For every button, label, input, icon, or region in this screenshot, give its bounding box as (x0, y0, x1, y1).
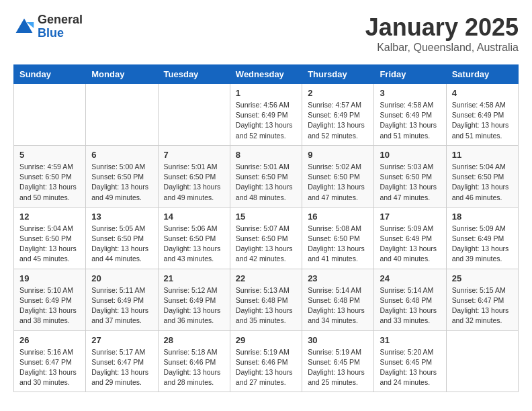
day-info: Sunrise: 5:00 AM Sunset: 6:50 PM Dayligh… (91, 162, 152, 203)
day-info: Sunrise: 5:04 AM Sunset: 6:50 PM Dayligh… (19, 224, 80, 265)
calendar-cell: 30Sunrise: 5:19 AM Sunset: 6:45 PM Dayli… (302, 330, 374, 392)
weekday-header-monday: Monday (86, 65, 158, 84)
calendar-cell: 11Sunrise: 5:04 AM Sunset: 6:50 PM Dayli… (446, 145, 518, 207)
calendar-cell: 13Sunrise: 5:05 AM Sunset: 6:50 PM Dayli… (86, 207, 158, 269)
calendar-cell: 21Sunrise: 5:12 AM Sunset: 6:49 PM Dayli… (158, 269, 230, 330)
weekday-header-thursday: Thursday (302, 65, 374, 84)
day-info: Sunrise: 5:10 AM Sunset: 6:49 PM Dayligh… (19, 285, 80, 326)
calendar-week-row: 1Sunrise: 4:56 AM Sunset: 6:49 PM Daylig… (14, 84, 519, 146)
calendar-body: 1Sunrise: 4:56 AM Sunset: 6:49 PM Daylig… (14, 84, 519, 392)
day-number: 16 (308, 212, 368, 222)
day-info: Sunrise: 5:17 AM Sunset: 6:47 PM Dayligh… (91, 347, 152, 388)
header: General Blue January 2025 Kalbar, Queens… (13, 13, 519, 54)
day-number: 30 (308, 335, 368, 345)
day-info: Sunrise: 5:19 AM Sunset: 6:46 PM Dayligh… (236, 347, 296, 388)
day-number: 14 (164, 212, 224, 222)
calendar-cell: 14Sunrise: 5:06 AM Sunset: 6:50 PM Dayli… (158, 207, 230, 269)
calendar-cell: 19Sunrise: 5:10 AM Sunset: 6:49 PM Dayli… (14, 269, 86, 330)
day-info: Sunrise: 5:11 AM Sunset: 6:49 PM Dayligh… (91, 285, 152, 326)
day-number: 3 (380, 88, 440, 98)
day-number: 29 (236, 335, 296, 345)
day-number: 9 (308, 150, 368, 160)
calendar-cell: 20Sunrise: 5:11 AM Sunset: 6:49 PM Dayli… (86, 269, 158, 330)
logo-text: General Blue (38, 13, 83, 40)
day-info: Sunrise: 4:59 AM Sunset: 6:50 PM Dayligh… (19, 162, 80, 203)
day-info: Sunrise: 5:01 AM Sunset: 6:50 PM Dayligh… (164, 162, 224, 203)
day-info: Sunrise: 5:15 AM Sunset: 6:47 PM Dayligh… (452, 285, 513, 326)
day-number: 21 (164, 273, 224, 283)
day-number: 31 (380, 335, 440, 345)
day-number: 23 (308, 273, 368, 283)
calendar-cell: 1Sunrise: 4:56 AM Sunset: 6:49 PM Daylig… (230, 84, 302, 146)
calendar-cell: 25Sunrise: 5:15 AM Sunset: 6:47 PM Dayli… (446, 269, 518, 330)
calendar-cell (446, 330, 518, 392)
calendar-cell: 8Sunrise: 5:01 AM Sunset: 6:50 PM Daylig… (230, 145, 302, 207)
calendar-cell: 28Sunrise: 5:18 AM Sunset: 6:46 PM Dayli… (158, 330, 230, 392)
day-info: Sunrise: 5:20 AM Sunset: 6:45 PM Dayligh… (380, 347, 440, 388)
calendar-week-row: 19Sunrise: 5:10 AM Sunset: 6:49 PM Dayli… (14, 269, 519, 330)
day-info: Sunrise: 5:14 AM Sunset: 6:48 PM Dayligh… (308, 285, 368, 326)
day-info: Sunrise: 5:09 AM Sunset: 6:49 PM Dayligh… (452, 224, 513, 265)
day-number: 24 (380, 273, 440, 283)
day-info: Sunrise: 5:03 AM Sunset: 6:50 PM Dayligh… (380, 162, 440, 203)
calendar-cell: 18Sunrise: 5:09 AM Sunset: 6:49 PM Dayli… (446, 207, 518, 269)
calendar: SundayMondayTuesdayWednesdayThursdayFrid… (13, 64, 519, 392)
day-info: Sunrise: 5:12 AM Sunset: 6:49 PM Dayligh… (164, 285, 224, 326)
svg-marker-0 (16, 18, 33, 32)
logo: General Blue (13, 13, 83, 40)
calendar-cell (158, 84, 230, 146)
calendar-cell: 9Sunrise: 5:02 AM Sunset: 6:50 PM Daylig… (302, 145, 374, 207)
day-info: Sunrise: 5:02 AM Sunset: 6:50 PM Dayligh… (308, 162, 368, 203)
day-number: 1 (236, 88, 296, 98)
calendar-cell: 3Sunrise: 4:58 AM Sunset: 6:49 PM Daylig… (374, 84, 446, 146)
day-info: Sunrise: 5:19 AM Sunset: 6:45 PM Dayligh… (308, 347, 368, 388)
day-number: 25 (452, 273, 513, 283)
day-number: 8 (236, 150, 296, 160)
logo-blue-label: Blue (38, 27, 83, 40)
day-info: Sunrise: 4:56 AM Sunset: 6:49 PM Dayligh… (236, 100, 296, 141)
logo-general-label: General (38, 13, 83, 27)
weekday-header-friday: Friday (374, 65, 446, 84)
calendar-cell: 15Sunrise: 5:07 AM Sunset: 6:50 PM Dayli… (230, 207, 302, 269)
day-number: 7 (164, 150, 224, 160)
calendar-cell: 22Sunrise: 5:13 AM Sunset: 6:48 PM Dayli… (230, 269, 302, 330)
day-info: Sunrise: 4:58 AM Sunset: 6:49 PM Dayligh… (452, 100, 513, 141)
calendar-cell: 10Sunrise: 5:03 AM Sunset: 6:50 PM Dayli… (374, 145, 446, 207)
calendar-week-row: 12Sunrise: 5:04 AM Sunset: 6:50 PM Dayli… (14, 207, 519, 269)
day-number: 15 (236, 212, 296, 222)
weekday-header-row: SundayMondayTuesdayWednesdayThursdayFrid… (14, 65, 519, 84)
calendar-cell: 5Sunrise: 4:59 AM Sunset: 6:50 PM Daylig… (14, 145, 86, 207)
day-number: 20 (91, 273, 152, 283)
day-info: Sunrise: 5:06 AM Sunset: 6:50 PM Dayligh… (164, 224, 224, 265)
calendar-cell: 17Sunrise: 5:09 AM Sunset: 6:49 PM Dayli… (374, 207, 446, 269)
calendar-cell (86, 84, 158, 146)
day-number: 10 (380, 150, 440, 160)
weekday-header-sunday: Sunday (14, 65, 86, 84)
day-number: 17 (380, 212, 440, 222)
day-info: Sunrise: 5:13 AM Sunset: 6:48 PM Dayligh… (236, 285, 296, 326)
day-number: 18 (452, 212, 513, 222)
calendar-cell: 16Sunrise: 5:08 AM Sunset: 6:50 PM Dayli… (302, 207, 374, 269)
day-info: Sunrise: 5:16 AM Sunset: 6:47 PM Dayligh… (19, 347, 80, 388)
calendar-cell: 29Sunrise: 5:19 AM Sunset: 6:46 PM Dayli… (230, 330, 302, 392)
calendar-cell: 12Sunrise: 5:04 AM Sunset: 6:50 PM Dayli… (14, 207, 86, 269)
weekday-header-tuesday: Tuesday (158, 65, 230, 84)
calendar-cell: 4Sunrise: 4:58 AM Sunset: 6:49 PM Daylig… (446, 84, 518, 146)
day-info: Sunrise: 5:14 AM Sunset: 6:48 PM Dayligh… (380, 285, 440, 326)
day-number: 27 (91, 335, 152, 345)
day-number: 6 (91, 150, 152, 160)
calendar-cell: 24Sunrise: 5:14 AM Sunset: 6:48 PM Dayli… (374, 269, 446, 330)
weekday-header-saturday: Saturday (446, 65, 518, 84)
month-title: January 2025 (365, 13, 519, 42)
day-info: Sunrise: 5:08 AM Sunset: 6:50 PM Dayligh… (308, 224, 368, 265)
day-info: Sunrise: 4:58 AM Sunset: 6:49 PM Dayligh… (380, 100, 440, 141)
day-info: Sunrise: 5:07 AM Sunset: 6:50 PM Dayligh… (236, 224, 296, 265)
logo-icon (13, 16, 35, 38)
calendar-cell: 7Sunrise: 5:01 AM Sunset: 6:50 PM Daylig… (158, 145, 230, 207)
day-info: Sunrise: 5:05 AM Sunset: 6:50 PM Dayligh… (91, 224, 152, 265)
day-number: 13 (91, 212, 152, 222)
day-number: 28 (164, 335, 224, 345)
day-info: Sunrise: 4:57 AM Sunset: 6:49 PM Dayligh… (308, 100, 368, 141)
calendar-week-row: 5Sunrise: 4:59 AM Sunset: 6:50 PM Daylig… (14, 145, 519, 207)
calendar-cell (14, 84, 86, 146)
